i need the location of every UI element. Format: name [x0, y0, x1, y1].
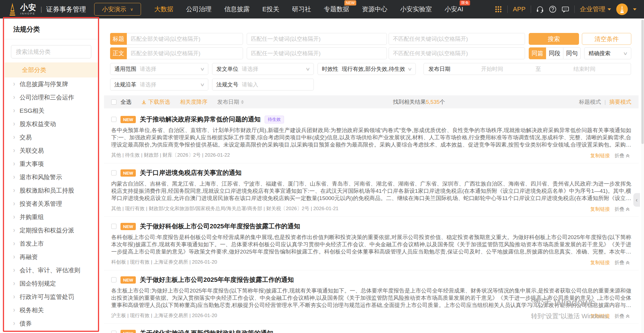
sidebar-item-delisting-risk[interactable]: ›退市和风险警示 — [5, 171, 98, 184]
scope-same-sentence-button[interactable]: 同句 — [563, 47, 581, 59]
abstract-mode-button[interactable]: 摘要模式 — [609, 98, 631, 106]
result-checkbox[interactable] — [111, 117, 116, 122]
body-match-none-input[interactable] — [389, 47, 525, 59]
sidebar-item-equity-incentive[interactable]: ›股权激励和员工持股 — [5, 184, 98, 197]
sidebar-item-esg[interactable]: ›ESG相关 — [5, 104, 98, 117]
new-badge: NEW — [120, 116, 136, 123]
date-end-input[interactable] — [543, 66, 626, 72]
result-title[interactable]: 关于做好主板上市公司2025年年度报告披露工作的通知 — [140, 275, 294, 284]
precision-select[interactable]: 精确搜索 ∨ — [584, 47, 631, 59]
copy-link-button[interactable]: 复制链接 — [590, 259, 610, 266]
result-item: NEW 关于做好主板上市公司2025年年度报告披露工作的通知 各主板上市公司:为… — [104, 270, 639, 324]
sidebar-item-accounting-audit[interactable]: ›会计、审计、评估准则 — [5, 264, 98, 277]
nav-item-bigdata[interactable]: 大数据 — [154, 5, 173, 14]
nav-item-resource-center[interactable]: 资源中心 — [362, 5, 387, 14]
title-match-none-input[interactable] — [389, 33, 525, 45]
chevron-right-icon: › — [13, 80, 15, 88]
body-match-any-input[interactable] — [247, 47, 387, 59]
result-title[interactable]: 关于做好科创板上市公司2025年年度报告披露工作的通知 — [140, 222, 300, 231]
sidebar-item-disclosure-suspension[interactable]: ›信息披露与停复牌 — [5, 77, 98, 91]
scrollbar-thumb[interactable] — [641, 20, 644, 144]
scope-same-article-button[interactable]: 同篇 — [529, 47, 546, 59]
result-item: NEW 关于口岸进境免税店有关事宜的通知 内蒙古自治区、吉林省、黑龙江省、上海市… — [104, 163, 639, 217]
select-all-checkbox[interactable] — [111, 99, 116, 105]
copy-link-button[interactable]: 复制链接 — [590, 152, 610, 159]
applicable-scope-select[interactable]: 通用范围 请选择 ∨ — [110, 63, 208, 75]
collapse-button[interactable]: 折叠 — [615, 152, 630, 159]
sort-relevance-button[interactable]: 相关度降序 — [180, 98, 207, 106]
result-meta: 沪主板 | 现行有效 | 上海证券交易所 | 2026-01-20 — [111, 312, 631, 319]
scope-same-paragraph-button[interactable]: 同段 — [546, 47, 563, 59]
sidebar-item-tax[interactable]: ›税务相关 — [5, 304, 98, 317]
brand[interactable]: 小安 INHOPE — [8, 3, 36, 16]
sidebar-item-securities-trading[interactable]: ›证券交易 — [5, 330, 98, 333]
nav-item-disclosure[interactable]: 信息披露 — [224, 5, 250, 14]
copy-link-button[interactable]: 复制链接 — [590, 313, 610, 319]
sidebar-item-trading[interactable]: ›交易 — [5, 131, 98, 144]
download-selected-label: 下载所选 — [148, 98, 170, 106]
sidebar-item-ma-restructuring[interactable]: ›并购重组 — [5, 210, 98, 224]
headset-icon[interactable] — [536, 5, 544, 13]
body-match-all-input[interactable] — [127, 47, 243, 59]
nav-item-eir[interactable]: E投关 — [262, 5, 279, 14]
collapse-button[interactable]: 折叠 — [615, 313, 630, 319]
sidebar-item-shareholder-equity[interactable]: ›股东权益变动 — [5, 117, 98, 131]
sidebar-item-admin-penalty[interactable]: ›行政许可与监管处罚 — [5, 290, 98, 304]
chevron-right-icon: › — [13, 319, 15, 328]
sidebar-item-refinancing[interactable]: ›再融资 — [5, 250, 98, 264]
sidebar-item-investor-relations[interactable]: ›投资者关系管理 — [5, 197, 98, 210]
sidebar-item-periodic-reports[interactable]: ›定期报告和权益分派 — [5, 224, 98, 237]
sidebar-item-ipo[interactable]: ›首发上市 — [5, 237, 98, 250]
copy-link-button[interactable]: 复制链接 — [590, 206, 610, 212]
issuing-authority-select[interactable]: 发文单位 请选择 ∨ — [212, 63, 314, 75]
chevron-right-icon: › — [13, 213, 15, 221]
chevron-down-icon[interactable] — [633, 8, 636, 10]
title-mode-button[interactable]: 标题模式 — [579, 98, 601, 106]
sidebar-item-related-transactions[interactable]: ›关联交易 — [5, 144, 98, 157]
search-button[interactable]: 搜索 — [529, 33, 579, 45]
chevron-left-icon: ‹ — [636, 197, 638, 203]
help-icon[interactable] — [549, 5, 556, 13]
nav-item-governance[interactable]: 公司治理 — [186, 5, 211, 14]
download-selected-button[interactable]: 下载所选 — [141, 98, 170, 106]
date-start-input[interactable] — [450, 66, 534, 72]
feedback-icon[interactable] — [562, 5, 569, 13]
result-title[interactable]: 关于推动解决政府采购异常低价问题的通知 — [140, 115, 261, 124]
collapse-button[interactable]: 折叠 — [615, 206, 630, 212]
result-title[interactable]: 关于优化实施设备更新贷款财政贴息政策的通知 — [140, 329, 273, 333]
result-checkbox[interactable] — [111, 224, 116, 229]
sidebar-title: 法规分类 — [5, 25, 98, 39]
result-count: 找到相关结果5,535个 — [393, 98, 445, 106]
nav-item-ai[interactable]: 小安AI 限免 — [445, 5, 463, 14]
sidebar-item-major-matters[interactable]: ›重大事项 — [5, 157, 98, 171]
validity-select[interactable]: 时效性 现行有效,部分失效,待生效(3) ∨ — [318, 63, 416, 75]
nav-item-topic-data[interactable]: 专题数据 NEW — [324, 5, 349, 14]
sidebar-item-soe-rules[interactable]: ›国企特别规定 — [5, 277, 98, 290]
result-checkbox[interactable] — [111, 277, 116, 282]
grid-menu-icon[interactable] — [495, 5, 502, 13]
chevron-down-icon: ∨ — [305, 66, 311, 72]
panel-collapse-tab[interactable]: ‹ — [633, 193, 640, 207]
title-match-all-input[interactable] — [127, 33, 243, 45]
avatar[interactable] — [616, 3, 628, 15]
sidebar-item-all-categories[interactable]: 全部分类 — [5, 62, 98, 77]
sidebar-item-bonds[interactable]: ›债券 — [5, 317, 98, 330]
org-management-menu[interactable]: 企业管理 — [580, 5, 611, 14]
sidebar-item-governance-meetings[interactable]: ›公司治理和三会运作 — [5, 91, 98, 104]
chevron-down-icon: ∨ — [407, 66, 413, 72]
title-match-any-input[interactable] — [247, 33, 387, 45]
result-checkbox[interactable] — [111, 331, 116, 333]
regulation-evolution-select[interactable]: 法规沿革 请选择 ∨ — [110, 79, 208, 90]
app-link[interactable]: APP — [513, 5, 526, 13]
result-title[interactable]: 关于口岸进境免税店有关事宜的通知 — [140, 169, 242, 177]
doc-number-input[interactable] — [242, 82, 309, 88]
nav-item-academy[interactable]: 研习社 — [292, 5, 311, 14]
clear-conditions-button[interactable]: 清空条件 — [582, 33, 631, 45]
sort-date-button[interactable]: 发布日期 — [217, 98, 244, 106]
env-selector[interactable]: 小安演示 ∨ — [94, 3, 141, 16]
nav-item-lab[interactable]: 小安实验室 — [400, 5, 432, 14]
category-search-input[interactable] — [11, 45, 91, 58]
new-badge: NEW — [344, 0, 356, 5]
collapse-button[interactable]: 折叠 — [615, 259, 630, 266]
result-checkbox[interactable] — [111, 170, 116, 175]
